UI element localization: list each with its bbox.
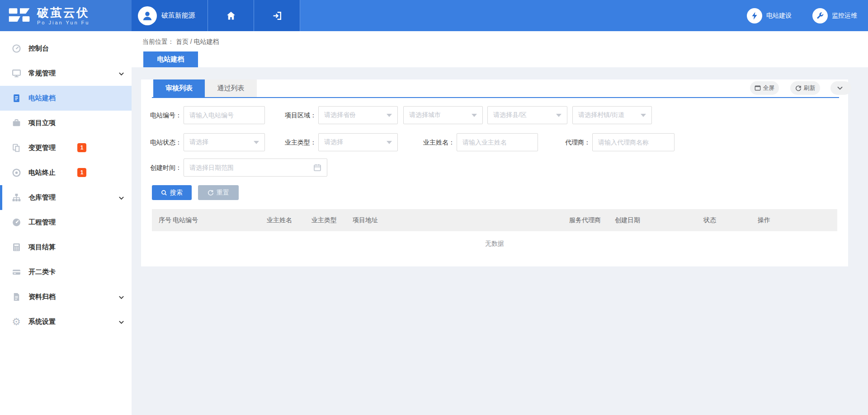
home-button[interactable] [208, 0, 254, 31]
logo-subtitle: Po Jian Yun Fu [37, 20, 90, 25]
caret-down-icon [387, 114, 392, 117]
fullscreen-button[interactable]: 全屏 [750, 81, 779, 95]
breadcrumb-bar: 当前位置： 首页 / 电站建档 电站建档 [132, 31, 868, 67]
sidebar-item-label: 开二类卡 [28, 268, 56, 276]
refresh-label: 刷新 [804, 84, 816, 92]
sidebar-item-warehouse-mgmt[interactable]: 仓库管理 [0, 185, 132, 210]
sidebar-item-label: 变更管理 [28, 144, 56, 152]
sidebar-item-label: 项目立项 [28, 119, 56, 127]
sidebar-item-label: 仓库管理 [28, 193, 56, 202]
col-station-code: 电站编号 [173, 209, 198, 231]
sidebar-item-station-termination[interactable]: 电站终止 1 [0, 160, 132, 185]
breadcrumb-path: 首页 / 电站建档 [176, 38, 219, 45]
sidebar-item-label: 控制台 [28, 44, 49, 53]
briefcase-icon [11, 118, 21, 128]
logout-button[interactable] [254, 0, 300, 31]
company-name: 破茧新能源 [161, 11, 195, 20]
city-select[interactable]: 请选择城市 [403, 106, 483, 124]
col-owner-type: 业主类型 [311, 209, 337, 231]
tab-underline [152, 97, 839, 98]
header-spacer [300, 0, 726, 31]
empty-state: 无数据 [141, 240, 848, 248]
notification-badge: 1 [77, 168, 86, 177]
chevron-down-icon [118, 319, 124, 327]
agent-input-wrap [592, 133, 675, 151]
sidebar-item-label: 项目结算 [28, 243, 56, 252]
col-status: 状态 [703, 209, 716, 231]
owner-type-select[interactable]: 请选择 [318, 133, 398, 151]
owner-name-input-wrap [457, 133, 538, 151]
owner-type-placeholder: 请选择 [324, 138, 387, 146]
station-status-select[interactable]: 请选择 [184, 133, 265, 151]
sidebar-item-change-mgmt[interactable]: 变更管理 1 [0, 135, 132, 160]
chevron-down-icon [118, 294, 124, 302]
caret-down-icon [556, 114, 561, 117]
station-code-input[interactable] [184, 107, 264, 124]
monitor-icon [11, 69, 21, 79]
logo-text: 破茧云伏 Po Jian Yun Fu [37, 6, 90, 25]
sidebar-item-data-archive[interactable]: 资料归档 [0, 284, 132, 309]
reset-icon [208, 190, 214, 196]
page-tab-station-archive[interactable]: 电站建档 [143, 51, 198, 67]
county-placeholder: 请选择县/区 [493, 111, 556, 119]
owner-name-input[interactable] [457, 134, 538, 151]
breadcrumb: 当前位置： 首页 / 电站建档 [142, 38, 219, 46]
sidebar-item-label: 资料归档 [28, 293, 56, 301]
refresh-button[interactable]: 刷新 [790, 81, 820, 95]
chevron-down-icon [837, 85, 843, 91]
county-select[interactable]: 请选择县/区 [487, 106, 567, 124]
sidebar-item-system-settings[interactable]: ⚙ 系统设置 [0, 309, 132, 334]
sidebar-item-project-settlement[interactable]: 项目结算 [0, 235, 132, 260]
calculator-icon [11, 242, 21, 252]
record-circle-icon [11, 168, 21, 178]
search-button[interactable]: 搜索 [152, 185, 192, 200]
content-panel: 审核列表 通过列表 全屏 刷新 电站编号： 项目区域： 请选择省份 请选择城市 [141, 79, 848, 266]
agent-input[interactable] [593, 134, 674, 151]
owner-type-label: 业主类型： [284, 133, 316, 151]
sidebar-item-general-mgmt[interactable]: 常规管理 [0, 61, 132, 86]
sidebar-item-open-card[interactable]: 开二类卡 [0, 260, 132, 284]
home-icon [226, 10, 236, 21]
search-icon [161, 190, 167, 196]
monitor-ops-label: 监控运维 [832, 12, 857, 20]
date-range-input-wrap [184, 159, 327, 177]
date-range-input[interactable] [184, 159, 327, 176]
station-status-label: 电站状态： [149, 133, 182, 151]
collapse-button[interactable] [830, 81, 851, 95]
col-actions: 操作 [758, 209, 770, 231]
active-indicator [0, 185, 2, 210]
sidebar-item-label: 常规管理 [28, 69, 56, 78]
tab-passed-list[interactable]: 通过列表 [205, 79, 257, 97]
sidebar: 控制台 常规管理 电站建档 项目立项 变更管理 1 电站终止 1 [0, 31, 132, 415]
lightning-icon [747, 8, 762, 23]
chevron-down-icon [118, 70, 124, 79]
sidebar-item-station-archive[interactable]: 电站建档 [0, 86, 132, 111]
agent-label: 代理商： [561, 133, 590, 151]
fullscreen-icon [755, 85, 761, 91]
monitor-ops-nav[interactable]: 监控运维 [812, 8, 857, 23]
reset-button[interactable]: 重置 [198, 185, 239, 200]
tab-review-list[interactable]: 审核列表 [153, 79, 205, 97]
chevron-down-icon [118, 195, 124, 203]
top-header: 破茧云伏 Po Jian Yun Fu 破茧新能源 [0, 0, 868, 31]
reset-label: 重置 [217, 189, 229, 197]
owner-name-label: 业主姓名： [422, 133, 455, 151]
caret-down-icon [387, 141, 392, 144]
sidebar-item-label: 系统设置 [28, 317, 56, 326]
sidebar-item-label: 电站终止 [28, 168, 56, 177]
station-build-nav[interactable]: 电站建设 [747, 8, 792, 23]
refresh-icon [795, 85, 802, 91]
sidebar-item-console[interactable]: 控制台 [0, 36, 132, 61]
town-select[interactable]: 请选择村镇/街道 [572, 106, 652, 124]
province-select[interactable]: 请选择省份 [318, 106, 398, 124]
user-menu[interactable]: 破茧新能源 [132, 0, 208, 31]
sidebar-item-project-initiation[interactable]: 项目立项 [0, 111, 132, 135]
sidebar-item-label: 工程管理 [28, 218, 56, 227]
calendar-icon [313, 163, 321, 173]
station-code-input-wrap [184, 106, 265, 124]
sidebar-item-engineering-mgmt[interactable]: 工程管理 [0, 210, 132, 235]
city-placeholder: 请选择城市 [409, 111, 472, 119]
main-content: 当前位置： 首页 / 电站建档 电站建档 审核列表 通过列表 全屏 刷新 电站编… [132, 31, 868, 415]
file-icon [11, 292, 21, 302]
document-icon [11, 93, 21, 103]
